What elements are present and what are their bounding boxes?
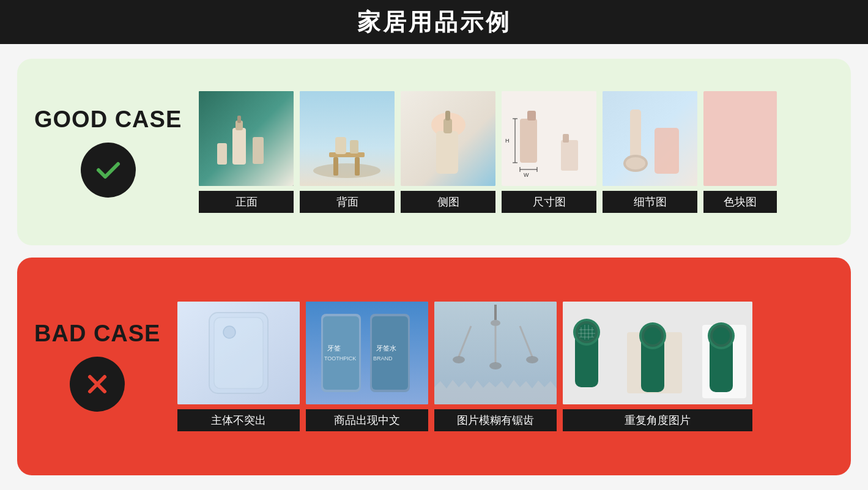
bad-image-box-1 bbox=[177, 302, 300, 404]
bad-image-box-3 bbox=[434, 302, 557, 404]
svg-point-57 bbox=[489, 362, 502, 369]
bad-case-title: BAD CASE bbox=[34, 321, 160, 347]
good-image-side: 侧图 bbox=[401, 91, 495, 213]
bad-label-4: 重复角度图片 bbox=[563, 409, 752, 431]
bad-image-box-4 bbox=[563, 302, 752, 404]
svg-rect-13 bbox=[350, 140, 358, 154]
good-image-size-box: H W bbox=[502, 91, 596, 186]
svg-point-40 bbox=[223, 326, 236, 338]
good-image-back: 背面 bbox=[300, 91, 395, 213]
svg-text:牙签: 牙签 bbox=[327, 344, 341, 352]
svg-rect-6 bbox=[217, 143, 227, 165]
check-icon bbox=[81, 143, 136, 198]
good-label-detail: 细节图 bbox=[603, 191, 697, 213]
svg-point-63 bbox=[578, 324, 595, 341]
bad-label-3: 图片模糊有锯齿 bbox=[434, 409, 557, 431]
svg-point-75 bbox=[644, 327, 661, 344]
bad-case-images: 主体不突出 牙签 TOOTHPICK 牙签水 bbox=[177, 302, 834, 431]
bad-image-3: 图片模糊有锯齿 bbox=[434, 302, 557, 431]
bad-image-2: 牙签 TOOTHPICK 牙签水 BRAND 商品出现中文 bbox=[306, 302, 428, 431]
svg-text:TOOTHPICK: TOOTHPICK bbox=[324, 355, 356, 362]
good-image-detail-box bbox=[603, 91, 697, 186]
svg-rect-32 bbox=[603, 91, 697, 186]
svg-point-35 bbox=[626, 157, 645, 169]
svg-rect-16 bbox=[436, 131, 458, 174]
svg-point-8 bbox=[313, 163, 380, 178]
svg-rect-4 bbox=[237, 116, 241, 123]
svg-point-58 bbox=[526, 356, 538, 363]
bad-case-label-area: BAD CASE bbox=[34, 321, 160, 412]
main-content: GOOD CASE bbox=[0, 44, 868, 490]
svg-rect-12 bbox=[335, 137, 346, 154]
color-block-item: 色块图 bbox=[703, 91, 777, 213]
good-case-section: GOOD CASE bbox=[17, 59, 851, 245]
good-label-back: 背面 bbox=[300, 191, 395, 213]
svg-rect-17 bbox=[443, 119, 452, 133]
good-image-size: H W 尺寸图 bbox=[502, 91, 596, 213]
svg-rect-21 bbox=[527, 111, 536, 121]
color-block-box bbox=[703, 91, 777, 186]
svg-text:H: H bbox=[505, 138, 510, 144]
bad-label-1: 主体不突出 bbox=[177, 409, 300, 431]
svg-rect-43 bbox=[323, 316, 359, 390]
page-title: 家居用品示例 bbox=[357, 7, 511, 38]
svg-rect-5 bbox=[253, 137, 264, 164]
svg-rect-47 bbox=[372, 316, 408, 390]
svg-rect-10 bbox=[333, 157, 338, 176]
x-icon bbox=[70, 357, 125, 412]
bad-image-1: 主体不突出 bbox=[177, 302, 300, 431]
bad-image-4: 重复角度图片 bbox=[563, 302, 752, 431]
svg-rect-9 bbox=[329, 152, 365, 157]
color-block-label: 色块图 bbox=[703, 191, 777, 213]
svg-point-56 bbox=[453, 356, 465, 363]
good-label-side: 侧图 bbox=[401, 191, 495, 213]
svg-rect-1 bbox=[199, 91, 294, 186]
svg-text:BRAND: BRAND bbox=[373, 355, 393, 362]
good-case-images: 正面 bbox=[199, 91, 834, 213]
svg-text:W: W bbox=[524, 172, 529, 178]
svg-point-80 bbox=[713, 327, 730, 344]
good-image-detail: 细节图 bbox=[603, 91, 697, 213]
svg-rect-11 bbox=[355, 157, 360, 176]
bad-case-section: BAD CASE bbox=[17, 258, 851, 475]
svg-rect-2 bbox=[232, 128, 246, 165]
svg-rect-22 bbox=[561, 140, 578, 171]
good-case-title: GOOD CASE bbox=[34, 106, 182, 133]
svg-rect-39 bbox=[214, 317, 263, 388]
svg-rect-20 bbox=[520, 119, 537, 163]
bad-image-box-2: 牙签 TOOTHPICK 牙签水 BRAND bbox=[306, 302, 428, 404]
svg-rect-18 bbox=[445, 111, 450, 121]
good-image-front-box bbox=[199, 91, 294, 186]
good-image-front: 正面 bbox=[199, 91, 294, 213]
good-image-back-box bbox=[300, 91, 395, 186]
good-image-side-box bbox=[401, 91, 495, 186]
svg-rect-19 bbox=[502, 91, 596, 186]
good-label-front: 正面 bbox=[199, 191, 294, 213]
svg-rect-23 bbox=[563, 134, 569, 143]
good-case-label-area: GOOD CASE bbox=[34, 106, 182, 198]
svg-text:牙签水: 牙签水 bbox=[376, 344, 396, 352]
good-label-size: 尺寸图 bbox=[502, 191, 596, 213]
svg-rect-36 bbox=[655, 128, 679, 174]
header: 家居用品示例 bbox=[0, 0, 868, 44]
svg-point-52 bbox=[491, 320, 500, 326]
bad-label-2: 商品出现中文 bbox=[306, 409, 428, 431]
